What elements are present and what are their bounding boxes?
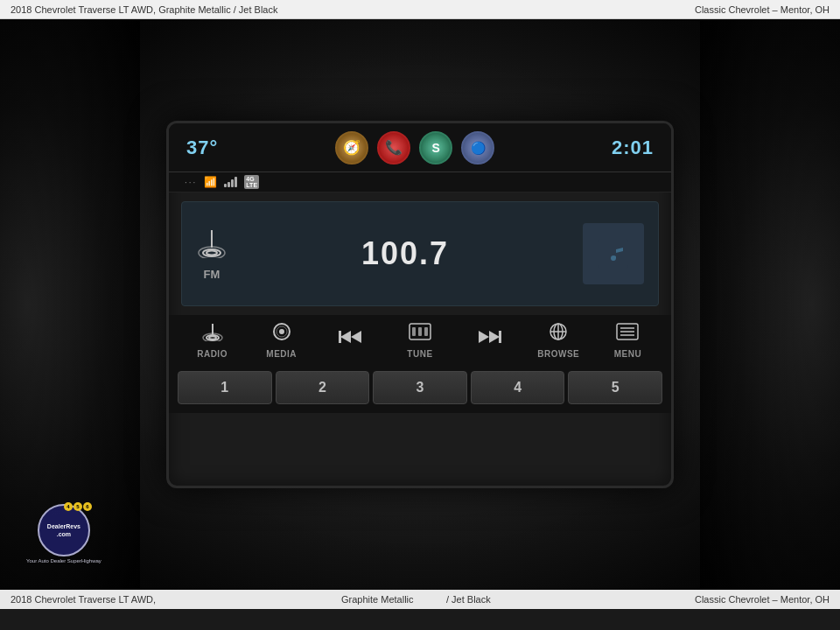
wifi-icon: 📶 — [204, 176, 217, 188]
preset-3[interactable]: 3 — [373, 371, 467, 404]
menu-dots: ··· — [185, 178, 197, 187]
number-badges: 4 5 6 — [64, 502, 92, 511]
infotainment-screen: 37° 🧭 📞 S 🔵 2:01 ··· — [166, 121, 674, 488]
time-display: 2:01 — [612, 136, 654, 159]
svg-rect-4 — [598, 239, 628, 269]
tune-icon — [408, 322, 432, 346]
caption-left: 2018 Chevrolet Traverse LT AWD, — [10, 594, 156, 605]
preset-1[interactable]: 1 — [178, 371, 272, 404]
prev-button[interactable] — [325, 327, 377, 354]
svg-marker-20 — [489, 331, 500, 343]
next-button[interactable] — [463, 327, 515, 354]
preset-2[interactable]: 2 — [276, 371, 370, 404]
radio-band: FM — [204, 268, 220, 281]
badge-5: 5 — [74, 502, 82, 511]
function-buttons: 🧭 📞 S 🔵 — [335, 131, 494, 164]
radio-display: FM 100.7 — [181, 201, 659, 306]
temperature-display: 37° — [186, 136, 218, 159]
media-button[interactable]: MEDIA — [256, 322, 308, 359]
watermark-circle: DealerRevs.com 4 5 6 — [38, 504, 90, 556]
header-title: 2018 Chevrolet Traverse LT AWD, Graphite… — [10, 4, 277, 15]
svg-marker-12 — [340, 331, 351, 343]
next-icon — [475, 327, 503, 352]
browse-icon — [546, 322, 570, 346]
preset-row: 1 2 3 4 5 — [169, 366, 671, 413]
svg-rect-18 — [424, 327, 428, 336]
radio-info: FM — [196, 227, 228, 281]
siri-button[interactable]: S — [419, 131, 452, 164]
caption-bar: 2018 Chevrolet Traverse LT AWD, Graphite… — [0, 590, 840, 609]
watermark-tagline: Your Auto Dealer SuperHighway — [26, 558, 102, 564]
watermark: DealerRevs.com 4 5 6 Your Auto Dealer Su… — [26, 504, 102, 564]
tune-button[interactable]: TUNE — [394, 322, 446, 359]
svg-rect-21 — [499, 331, 501, 343]
camera-button[interactable]: 🔵 — [461, 131, 494, 164]
svg-point-10 — [279, 329, 284, 334]
menu-label: MENU — [614, 349, 641, 359]
svg-rect-16 — [412, 327, 416, 336]
watermark-site: DealerRevs.com — [46, 521, 82, 540]
caption-middle-trim: / Jet Black — [446, 594, 491, 605]
preset-5[interactable]: 5 — [568, 371, 662, 404]
radio-label: RADIO — [197, 349, 228, 359]
album-art — [583, 223, 644, 284]
media-label: MEDIA — [266, 349, 297, 359]
radio-icon — [196, 227, 228, 264]
caption-middle-color: Graphite Metallic — [341, 594, 414, 605]
svg-point-7 — [209, 336, 216, 340]
tune-label: TUNE — [407, 349, 432, 359]
phone-button[interactable]: 📞 — [377, 131, 410, 164]
photo-area: 37° 🧭 📞 S 🔵 2:01 ··· — [0, 19, 840, 590]
radio-icon — [200, 322, 225, 346]
screen-top-bar: 37° 🧭 📞 S 🔵 2:01 — [169, 123, 671, 172]
browse-button[interactable]: BROWSE — [532, 322, 584, 359]
caption-right: Classic Chevrolet – Mentor, OH — [695, 594, 830, 605]
frequency-display: 100.7 — [361, 235, 449, 272]
signal-bars — [224, 177, 237, 187]
nav-button[interactable]: 🧭 — [335, 131, 368, 164]
media-icon — [270, 322, 294, 346]
header-bar: 2018 Chevrolet Traverse LT AWD, Graphite… — [0, 0, 840, 19]
controls-row: RADIO MEDIA — [169, 315, 671, 366]
svg-rect-14 — [339, 331, 341, 343]
radio-button[interactable]: RADIO — [186, 322, 239, 359]
header-dealer: Classic Chevrolet – Mentor, OH — [695, 4, 830, 15]
browse-label: BROWSE — [537, 349, 579, 359]
svg-marker-13 — [351, 331, 361, 343]
menu-icon — [615, 322, 640, 346]
prev-icon — [337, 327, 365, 352]
badge-6: 6 — [83, 502, 92, 511]
svg-point-2 — [206, 251, 217, 256]
svg-marker-19 — [479, 331, 489, 343]
badge-4: 4 — [64, 502, 73, 511]
radio-frequency: 100.7 — [361, 235, 449, 271]
menu-button[interactable]: MENU — [601, 322, 654, 359]
svg-rect-17 — [418, 327, 422, 336]
lte-badge: 4GLTE — [244, 175, 259, 189]
preset-4[interactable]: 4 — [471, 371, 565, 404]
